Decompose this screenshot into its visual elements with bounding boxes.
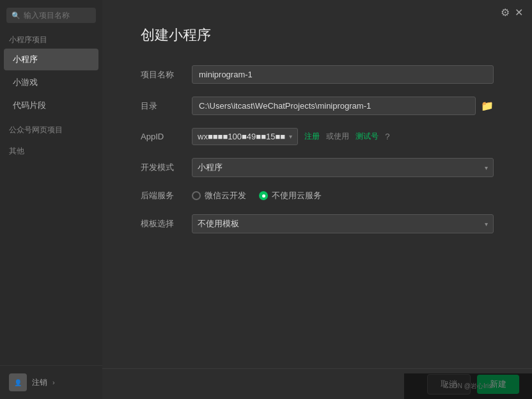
appid-value: wx■■■■100■49■■15■■ ▾ 注册 或使用 测试号 ? bbox=[192, 128, 494, 145]
logout-arrow: › bbox=[52, 379, 55, 386]
appid-label: AppID bbox=[141, 132, 192, 141]
search-input-wrap[interactable]: 🔍 bbox=[6, 8, 96, 23]
radio-wechat-cloud[interactable]: 微信云开发 bbox=[192, 190, 246, 201]
register-link[interactable]: 注册 bbox=[304, 131, 320, 142]
search-icon: 🔍 bbox=[12, 12, 20, 20]
directory-label: 目录 bbox=[141, 100, 192, 112]
radio-no-cloud-label: 不使用云服务 bbox=[272, 190, 322, 201]
backend-value: 微信云开发 不使用云服务 bbox=[192, 190, 494, 201]
avatar-icon: 👤 bbox=[14, 379, 22, 386]
sidebar-item-codesnippet[interactable]: 代码片段 bbox=[4, 95, 98, 116]
main-content: 创建小程序 项目名称 目录 📁 AppID wx■■■■100■49■■15■■… bbox=[102, 0, 532, 399]
search-area: 🔍 bbox=[0, 0, 102, 31]
project-name-value bbox=[192, 65, 494, 84]
form-row-template: 模板选择 不使用模板 ▾ bbox=[141, 214, 494, 233]
or-text: 或使用 bbox=[326, 131, 349, 142]
template-text: 不使用模板 bbox=[198, 218, 481, 230]
directory-input[interactable] bbox=[192, 97, 476, 115]
top-bar: ⚙ ✕ bbox=[492, 0, 532, 25]
watermark-text: CSDN @岩心Iris bbox=[444, 382, 492, 391]
template-value: 不使用模板 ▾ bbox=[192, 214, 494, 233]
appid-wrap: wx■■■■100■49■■15■■ ▾ 注册 或使用 测试号 ? bbox=[192, 128, 494, 145]
directory-value: 📁 bbox=[192, 97, 494, 115]
sidebar-bottom: 👤 注销 › bbox=[0, 365, 102, 399]
project-name-label: 项目名称 bbox=[141, 69, 192, 81]
form-row-devmode: 开发模式 小程序 ▾ bbox=[141, 158, 494, 177]
devmode-select[interactable]: 小程序 ▾ bbox=[192, 158, 494, 177]
radio-no-cloud[interactable]: 不使用云服务 bbox=[259, 190, 322, 201]
logout-label[interactable]: 注销 bbox=[32, 377, 47, 388]
form-row-project-name: 项目名称 bbox=[141, 65, 494, 84]
radio-no-cloud-circle bbox=[259, 191, 268, 200]
radio-group-backend: 微信云开发 不使用云服务 bbox=[192, 190, 494, 201]
radio-wechat-cloud-circle bbox=[192, 191, 201, 200]
avatar: 👤 bbox=[9, 373, 27, 391]
radio-wechat-cloud-label: 微信云开发 bbox=[205, 190, 246, 201]
sidebar-section-official: 公众号网页项目 bbox=[0, 117, 102, 138]
devmode-value: 小程序 ▾ bbox=[192, 158, 494, 177]
appid-dropdown-icon: ▾ bbox=[289, 133, 292, 140]
devmode-text: 小程序 bbox=[198, 162, 481, 173]
page-title: 创建小程序 bbox=[141, 26, 494, 45]
sidebar: 🔍 小程序项目 小程序 小游戏 代码片段 公众号网页项目 其他 👤 注销 › bbox=[0, 0, 102, 399]
dir-input-wrap: 📁 bbox=[192, 97, 494, 115]
form-row-appid: AppID wx■■■■100■49■■15■■ ▾ 注册 或使用 测试号 ? bbox=[141, 128, 494, 145]
project-name-input[interactable] bbox=[192, 65, 494, 84]
sidebar-item-other[interactable]: 其他 bbox=[0, 138, 102, 159]
backend-label: 后端服务 bbox=[141, 190, 192, 201]
sidebar-item-minigame[interactable]: 小游戏 bbox=[4, 72, 98, 93]
form-row-backend: 后端服务 微信云开发 不使用云服务 bbox=[141, 190, 494, 201]
test-link[interactable]: 测试号 bbox=[356, 131, 379, 142]
settings-icon[interactable]: ⚙ bbox=[501, 6, 510, 19]
appid-select[interactable]: wx■■■■100■49■■15■■ ▾ bbox=[192, 128, 298, 145]
watermark: CSDN @岩心Iris bbox=[404, 373, 532, 399]
form-row-directory: 目录 📁 bbox=[141, 97, 494, 115]
help-icon[interactable]: ? bbox=[385, 132, 389, 141]
sidebar-item-miniprogram[interactable]: 小程序 bbox=[4, 49, 98, 70]
close-icon[interactable]: ✕ bbox=[515, 6, 523, 19]
devmode-dropdown-icon: ▾ bbox=[485, 164, 488, 171]
folder-icon[interactable]: 📁 bbox=[481, 100, 494, 112]
search-input[interactable] bbox=[24, 11, 91, 20]
template-dropdown-icon: ▾ bbox=[485, 221, 488, 228]
template-select[interactable]: 不使用模板 ▾ bbox=[192, 214, 494, 233]
sidebar-section-miniprogram: 小程序项目 bbox=[0, 31, 102, 48]
appid-text: wx■■■■100■49■■15■■ bbox=[198, 132, 285, 141]
devmode-label: 开发模式 bbox=[141, 162, 192, 173]
template-label: 模板选择 bbox=[141, 218, 192, 230]
